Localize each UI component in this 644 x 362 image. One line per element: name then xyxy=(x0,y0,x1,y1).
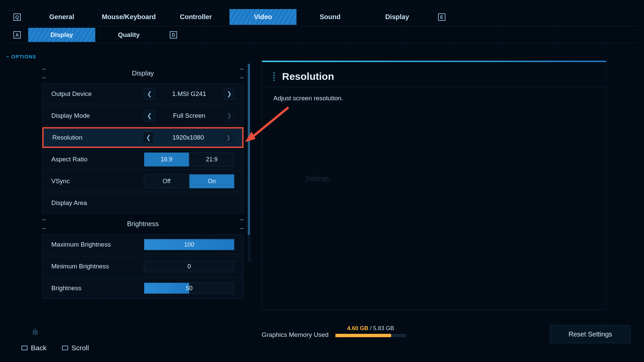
display-mode-next[interactable]: ❯ xyxy=(224,110,234,121)
bottom-bar: Graphics Memory Used 4.60 GB / 5.83 GB R… xyxy=(0,322,644,362)
vsync-label: VSync xyxy=(51,177,144,185)
output-device-prev[interactable]: ❮ xyxy=(144,88,155,100)
min-brightness-slider[interactable]: 0 xyxy=(144,261,234,272)
max-brightness-value: 100 xyxy=(184,241,194,248)
memory-bar xyxy=(335,334,406,337)
nav-left-key: Q xyxy=(13,13,21,21)
section-display-label: Display xyxy=(46,69,240,77)
description-body: Adjust screen resolution. xyxy=(262,87,606,109)
back-hint: Back xyxy=(21,344,47,352)
tab-controller[interactable]: Controller xyxy=(162,9,229,25)
vsync-on[interactable]: On xyxy=(189,174,234,189)
max-brightness-slider[interactable]: 100 xyxy=(144,239,234,250)
tab-sound[interactable]: Sound xyxy=(297,9,364,25)
output-device-next[interactable]: ❯ xyxy=(224,88,234,100)
resolution-next[interactable]: ❯ xyxy=(223,132,233,143)
subnav-right-key: D xyxy=(170,31,177,39)
tab-mouse-keyboard[interactable]: Mouse/Keyboard xyxy=(95,9,162,25)
logo-icon: ılı xyxy=(32,327,38,337)
settings-panel: Display Output Device ❮ 1.MSI G241 . . ❯… xyxy=(42,64,244,312)
tab-general[interactable]: General xyxy=(28,9,95,25)
back-key-icon xyxy=(21,346,28,350)
subtab-quality[interactable]: Quality xyxy=(95,28,162,42)
resolution-prev[interactable]: ❮ xyxy=(143,132,154,143)
aspect-21-9[interactable]: 21:9 xyxy=(189,152,234,167)
output-device-dots: . . xyxy=(155,99,224,102)
secondary-tabbar: A Display Quality D xyxy=(6,27,638,43)
section-display: Display xyxy=(42,64,244,83)
reset-settings-button[interactable]: Reset Settings xyxy=(550,325,631,343)
min-brightness-value: 0 xyxy=(187,263,191,270)
footer-keys: Back Scroll xyxy=(21,344,89,352)
aspect-ratio-label: Aspect Ratio xyxy=(51,156,144,163)
display-mode-prev[interactable]: ❮ xyxy=(144,110,155,121)
memory-label: Graphics Memory Used xyxy=(262,331,329,339)
subnav-left-key: A xyxy=(13,31,21,39)
primary-tabbar: Q General Mouse/Keyboard Controller Vide… xyxy=(6,8,638,26)
aspect-ratio-segmented: 16:9 21:9 xyxy=(144,152,234,167)
nav-right-key: E xyxy=(438,13,445,21)
min-brightness-label: Minimum Brightness xyxy=(51,263,144,270)
back-label: Back xyxy=(31,344,47,352)
display-mode-value: Full Screen xyxy=(173,112,205,119)
description-title: Resolution xyxy=(262,61,606,87)
output-device-label: Output Device xyxy=(51,90,144,98)
max-brightness-label: Maximum Brightness xyxy=(51,241,144,248)
row-brightness[interactable]: Brightness 50 xyxy=(42,278,244,299)
scroll-key-icon xyxy=(62,346,68,350)
brightness-label: Brightness xyxy=(51,285,144,292)
row-vsync[interactable]: VSync Off On xyxy=(42,171,244,192)
section-brightness: Brightness xyxy=(42,214,244,233)
vsync-off[interactable]: Off xyxy=(144,174,189,189)
row-aspect-ratio[interactable]: Aspect Ratio 16:9 21:9 xyxy=(42,149,244,170)
row-resolution[interactable]: Resolution ❮ 1920x1080 . . . . . . . . .… xyxy=(42,127,244,148)
output-device-value: 1.MSI G241 xyxy=(172,90,206,97)
settings-scrollbar[interactable] xyxy=(248,64,250,262)
resolution-dots: . . . . . . . . . . . . . . . . . xyxy=(154,142,223,145)
tab-video[interactable]: Video xyxy=(229,9,297,25)
subtab-display[interactable]: Display xyxy=(28,28,95,42)
vsync-segmented: Off On xyxy=(144,174,234,189)
memory-used: 4.60 GB xyxy=(347,325,368,331)
row-display-area[interactable]: Display Area xyxy=(42,193,244,213)
section-brightness-label: Brightness xyxy=(46,220,240,228)
svg-marker-1 xyxy=(245,132,256,142)
options-header: OPTIONS xyxy=(6,54,36,59)
display-mode-dots: . . . xyxy=(155,120,224,123)
row-display-mode[interactable]: Display Mode ❮ Full Screen . . . ❯ xyxy=(42,105,244,126)
tab-display[interactable]: Display xyxy=(364,9,431,25)
brightness-slider[interactable]: 50 xyxy=(144,282,234,294)
scroll-label: Scroll xyxy=(71,344,89,352)
row-output-device[interactable]: Output Device ❮ 1.MSI G241 . . ❯ xyxy=(42,84,244,104)
display-area-label: Display Area xyxy=(51,199,234,207)
row-min-brightness[interactable]: Minimum Brightness 0 xyxy=(42,256,244,277)
display-mode-label: Display Mode xyxy=(51,112,144,119)
description-panel: Resolution Adjust screen resolution. Set… xyxy=(262,60,606,310)
memory-text: 4.60 GB / 5.83 GB xyxy=(347,325,394,332)
row-max-brightness[interactable]: Maximum Brightness 100 xyxy=(42,234,244,255)
resolution-label: Resolution xyxy=(52,134,143,141)
ghost-text: Settings xyxy=(306,175,330,183)
aspect-16-9[interactable]: 16:9 xyxy=(144,152,189,167)
brightness-value: 50 xyxy=(186,285,193,292)
memory-total: 5.83 GB xyxy=(373,325,394,331)
resolution-value: 1920x1080 xyxy=(172,134,204,141)
scroll-hint: Scroll xyxy=(62,344,89,352)
